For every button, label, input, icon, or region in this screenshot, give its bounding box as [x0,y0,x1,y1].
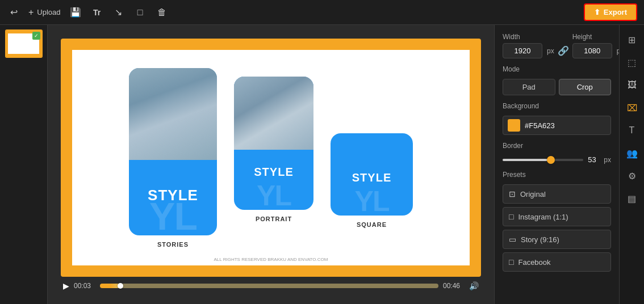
canvas-frame: YL STYLE STORIES YL STYLE PORTRAIT [61,39,481,277]
height-row: px [572,43,619,58]
export-label: Export [604,8,627,16]
card-label-3: STYLE [352,171,391,184]
crop-icon[interactable]: ⌧ [623,99,641,117]
layers-icon[interactable]: ▤ [623,189,641,208]
time-end: 00:46 [443,282,465,290]
card-caption-2: PORTRAIT [256,216,292,222]
icon-bar: ⊞ ⬚ 🖼 ⌧ T 👥 ⚙ ▤ [619,25,644,304]
toolbar: ↩ + Upload 💾 Tr ↘ □ 🗑 ⬆ Export [0,0,644,25]
arrow-icon[interactable]: ↘ [112,6,126,19]
card-caption-3: SQUARE [357,221,387,228]
card-caption-1: STORIES [157,241,189,248]
export-icon: ⬆ [594,8,600,16]
height-group: Height px [572,33,619,58]
progress-fill-right [120,284,438,288]
preset-instagram-button[interactable]: □ Instagram (1:1) [503,207,611,226]
background-section: Background #F5A623 [503,102,611,135]
thumbnail-item[interactable]: ✓ [5,29,43,58]
card-portrait: YL STYLE [234,77,313,210]
height-label: Height [572,33,619,41]
image-icon[interactable]: 🖼 [623,76,641,94]
width-group: Width px [503,33,554,58]
dimensions-section: Width px 🔗 Height px [503,33,611,58]
color-swatch[interactable] [508,119,520,132]
shape-icon[interactable]: □ [133,6,147,19]
presets-label: Presets [503,171,611,179]
text-tool-icon[interactable]: T [623,121,641,140]
card-square: YL STYLE [331,133,413,216]
play-button[interactable]: ▶ [63,281,69,290]
people-icon[interactable]: 👥 [623,144,641,162]
border-label: Border [503,142,611,150]
color-row[interactable]: #F5A623 [503,116,611,135]
color-value: #F5A623 [525,121,555,130]
mode-crop-button[interactable]: Crop [559,79,612,95]
border-section: Border 53 px [503,142,611,164]
border-value: 53 [588,155,599,164]
preset-story-button[interactable]: ▭ Story (9:16) [503,230,611,249]
canvas-area: YL STYLE STORIES YL STYLE PORTRAIT [48,25,494,304]
border-slider[interactable] [503,159,583,161]
left-sidebar: ✓ [0,25,48,304]
right-panel: Width px 🔗 Height px Mode [494,25,619,304]
card-label-2: STYLE [254,166,293,179]
card-bg-text-3: YL [355,187,389,216]
volume-icon[interactable]: 🔊 [469,281,479,290]
mode-pad-button[interactable]: Pad [503,79,555,95]
mode-row: Pad Crop [503,79,611,95]
thumb-check: ✓ [32,32,40,40]
toolbar-left: ↩ + Upload 💾 Tr ↘ □ 🗑 [7,6,575,19]
card-photo-1 [129,68,217,160]
preset-story-label: Story (9:16) [521,235,559,244]
canvas-footer: ALL RIGHTS RESERVED BRAKKU AND ENVATO.CO… [214,257,328,262]
width-row: px [503,43,554,58]
main-area: ✓ YL STYLE STORIES [0,25,644,304]
upload-label: Upload [37,8,60,16]
facebook-icon: □ [509,257,513,267]
plus-icon: + [28,7,34,18]
progress-thumb[interactable] [118,283,123,289]
width-unit: px [547,47,554,55]
card-stories: YL STYLE [129,68,217,235]
presets-section: Presets ⊡ Original □ Instagram (1:1) ▭ S… [503,171,611,272]
upload-button[interactable]: + Upload [28,7,61,18]
width-input[interactable] [503,43,542,58]
delete-icon[interactable]: 🗑 [155,6,169,19]
grid-icon[interactable]: ⊞ [623,31,641,49]
card-bg-text-2: YL [257,181,291,210]
instagram-icon: □ [509,212,513,221]
mode-label: Mode [503,65,611,73]
time-start: 00:03 [74,282,95,290]
link-icon[interactable]: 🔗 [558,45,569,56]
preset-original-label: Original [520,190,546,199]
slider-thumb[interactable] [547,156,555,164]
filter-icon[interactable]: ⚙ [623,167,641,185]
text-icon[interactable]: Tr [90,6,104,19]
border-unit: px [604,156,611,164]
width-label: Width [503,33,554,41]
slider-row: 53 px [503,155,611,164]
preset-instagram-label: Instagram (1:1) [518,213,568,221]
preset-facebook-label: Facebook [518,258,550,267]
frame-icon[interactable]: ⬚ [623,53,641,71]
height-input[interactable] [572,43,612,58]
card-label-1: STYLE [148,187,198,204]
undo-icon[interactable]: ↩ [7,6,20,19]
slider-fill [503,159,551,161]
original-icon: ⊡ [509,189,516,199]
preset-original-button[interactable]: ⊡ Original [503,184,611,204]
background-label: Background [503,102,611,110]
dimensions-row: Width px 🔗 Height px [503,33,611,58]
progress-track[interactable] [100,284,438,288]
save-icon[interactable]: 💾 [69,6,82,19]
canvas-white: YL STYLE STORIES YL STYLE PORTRAIT [72,50,470,265]
export-button[interactable]: ⬆ Export [584,3,637,21]
playback-bar: ▶ 00:03 00:46 🔊 [61,281,481,290]
card-photo-2 [234,77,313,150]
preset-facebook-button[interactable]: □ Facebook [503,252,611,272]
story-icon: ▭ [509,235,516,244]
mode-section: Mode Pad Crop [503,65,611,95]
